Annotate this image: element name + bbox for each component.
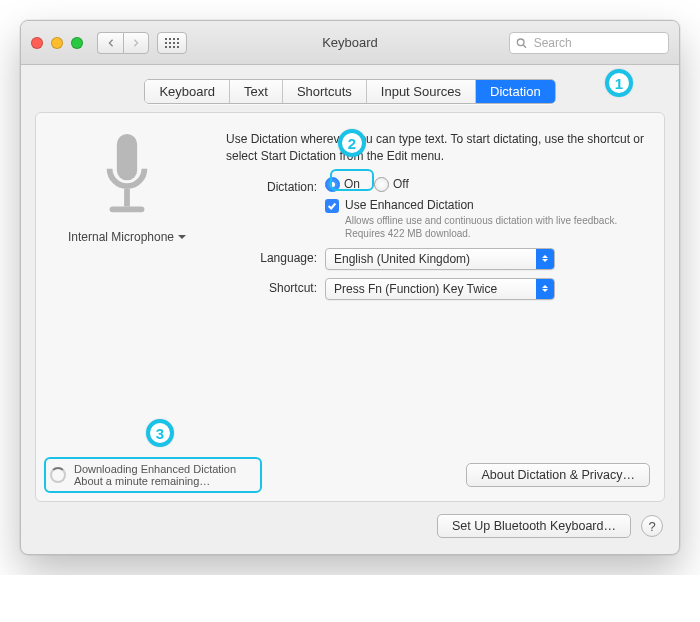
shortcut-value: Press Fn (Function) Key Twice (334, 282, 497, 296)
svg-rect-3 (124, 189, 130, 206)
download-status: Downloading Enhanced Dictation About a m… (50, 463, 236, 487)
tab-shortcuts[interactable]: Shortcuts (283, 80, 367, 103)
language-label: Language: (220, 248, 325, 265)
svg-rect-2 (117, 134, 137, 180)
shortcut-label: Shortcut: (220, 278, 325, 295)
radio-off-icon (374, 177, 389, 192)
preferences-window: Keyboard Keyboard Text Shortcuts Input S… (20, 20, 680, 555)
tab-text[interactable]: Text (230, 80, 283, 103)
language-select[interactable]: English (United Kingdom) (325, 248, 555, 270)
select-stepper-icon (536, 279, 554, 299)
search-input[interactable] (532, 35, 662, 51)
bluetooth-keyboard-button[interactable]: Set Up Bluetooth Keyboard… (437, 514, 631, 538)
dictation-pane: Internal Microphone 2 Use Dictation wher… (35, 112, 665, 502)
microphone-selector[interactable]: Internal Microphone (68, 230, 186, 244)
zoom-window-button[interactable] (71, 37, 83, 49)
grid-icon (165, 38, 179, 48)
tab-dictation[interactable]: Dictation (476, 80, 555, 103)
annotation-2: 2 (338, 129, 366, 157)
microphone-icon (98, 131, 156, 224)
minimize-window-button[interactable] (51, 37, 63, 49)
help-icon: ? (648, 519, 655, 534)
dictation-row: Dictation: On Off (220, 177, 648, 240)
radio-on-icon (325, 177, 340, 192)
select-stepper-icon (536, 249, 554, 269)
svg-line-1 (523, 45, 526, 48)
titlebar: Keyboard (21, 21, 679, 65)
forward-button[interactable] (123, 32, 149, 54)
chevron-down-icon (178, 235, 186, 243)
footer: Set Up Bluetooth Keyboard… ? (21, 514, 679, 554)
intro-text: Use Dictation wherever you can type text… (220, 131, 648, 165)
language-row: Language: English (United Kingdom) (220, 248, 648, 270)
download-sub: About a minute remaining… (74, 475, 236, 487)
back-button[interactable] (97, 32, 123, 54)
enhanced-note: Allows offline use and continuous dictat… (345, 214, 648, 240)
download-title: Downloading Enhanced Dictation (74, 463, 236, 475)
nav-buttons (97, 32, 149, 54)
dictation-off-radio[interactable]: Off (374, 177, 409, 192)
svg-rect-4 (110, 206, 145, 212)
radio-off-label: Off (393, 177, 409, 191)
about-dictation-button[interactable]: About Dictation & Privacy… (466, 463, 650, 487)
tab-bar: Keyboard Text Shortcuts Input Sources Di… (21, 65, 679, 112)
dictation-label: Dictation: (220, 177, 325, 194)
show-all-button[interactable] (157, 32, 187, 54)
shortcut-row: Shortcut: Press Fn (Function) Key Twice (220, 278, 648, 300)
traffic-lights (31, 37, 83, 49)
annotation-3: 3 (146, 419, 174, 447)
svg-point-0 (517, 38, 524, 45)
language-value: English (United Kingdom) (334, 252, 470, 266)
help-button[interactable]: ? (641, 515, 663, 537)
radio-on-label: On (344, 177, 360, 191)
spinner-icon (50, 467, 66, 483)
search-icon (516, 37, 527, 49)
annotation-1: 1 (605, 69, 633, 97)
enhanced-dictation-checkbox[interactable]: Use Enhanced Dictation Allows offline us… (325, 198, 648, 240)
enhanced-label: Use Enhanced Dictation (345, 198, 648, 212)
shortcut-select[interactable]: Press Fn (Function) Key Twice (325, 278, 555, 300)
dictation-on-radio[interactable]: On (325, 177, 360, 192)
tab-keyboard[interactable]: Keyboard (145, 80, 230, 103)
checkbox-checked-icon (325, 199, 339, 213)
close-window-button[interactable] (31, 37, 43, 49)
microphone-selector-label: Internal Microphone (68, 230, 174, 244)
search-field[interactable] (509, 32, 669, 54)
tab-input-sources[interactable]: Input Sources (367, 80, 476, 103)
